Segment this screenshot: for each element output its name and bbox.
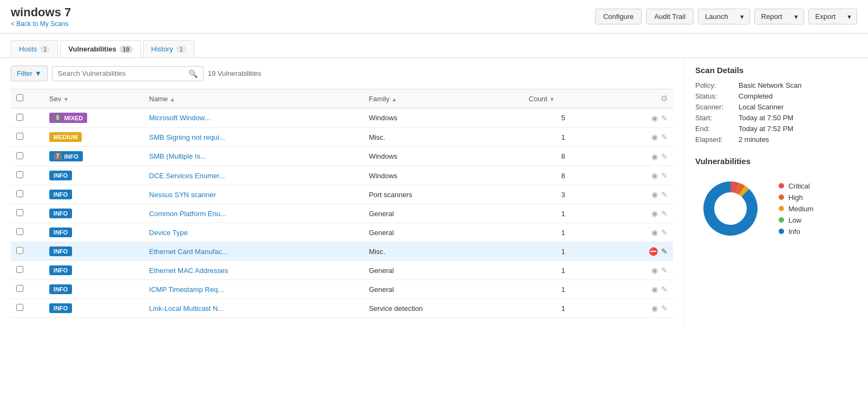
circle-icon[interactable]: ◉	[651, 266, 658, 275]
count-cell: 1	[523, 261, 603, 280]
name-cell[interactable]: DCE Services Enumer...	[143, 166, 363, 185]
sev-badge: INFO	[49, 209, 72, 218]
detail-label: End:	[695, 125, 739, 133]
legend-label: Medium	[788, 205, 813, 213]
tab-history[interactable]: History 1	[143, 40, 194, 57]
actions-cell: ◉✎	[603, 223, 673, 242]
edit-icon[interactable]: ✎	[661, 133, 668, 141]
name-cell[interactable]: Device Type	[143, 223, 363, 242]
table-row: INFODevice TypeGeneral1◉✎	[11, 223, 673, 242]
filter-button[interactable]: Filter ▼	[11, 66, 48, 81]
audit-trail-button[interactable]: Audit Trail	[646, 9, 694, 24]
count-cell: 1	[523, 223, 603, 242]
row-checkbox[interactable]	[16, 228, 23, 235]
row-checkbox[interactable]	[16, 304, 23, 311]
family-header[interactable]: Family ▲	[363, 89, 523, 108]
name-header[interactable]: Name ▲	[143, 89, 363, 108]
circle-icon[interactable]: ◉	[651, 114, 658, 122]
sev-cell: INFO	[44, 261, 143, 280]
legend-item: Info	[779, 227, 813, 236]
circle-icon[interactable]: ◉	[651, 171, 658, 180]
table-row: INFOLink-Local Multicast N...Service det…	[11, 299, 673, 318]
row-checkbox-cell	[11, 166, 44, 185]
sev-cell: INFO	[44, 299, 143, 318]
circle-icon[interactable]: ◉	[651, 228, 658, 237]
edit-icon[interactable]: ✎	[661, 209, 668, 218]
edit-icon[interactable]: ✎	[661, 152, 668, 161]
launch-arrow-button[interactable]: ▼	[735, 10, 749, 23]
row-checkbox[interactable]	[16, 247, 23, 254]
circle-icon[interactable]: ◉	[651, 190, 658, 199]
name-cell[interactable]: Common Platform Enu...	[143, 204, 363, 223]
name-cell[interactable]: Nessus SYN scanner	[143, 185, 363, 204]
edit-icon[interactable]: ✎	[661, 228, 668, 237]
count-cell: 1	[523, 299, 603, 318]
legend-label: Low	[788, 216, 801, 224]
name-cell[interactable]: SMB Signing not requi...	[143, 128, 363, 147]
sev-cell: INFO	[44, 204, 143, 223]
edit-icon[interactable]: ✎	[661, 285, 668, 294]
tabs-container: Hosts 1 Vulnerabilities 19 History 1	[0, 34, 868, 58]
actions-cell: ◉✎	[603, 299, 673, 318]
configure-button[interactable]: Configure	[595, 9, 642, 24]
edit-icon[interactable]: ✎	[661, 266, 668, 275]
row-checkbox[interactable]	[16, 114, 23, 121]
report-main-button[interactable]: Report	[755, 9, 789, 24]
name-cell[interactable]: Ethernet MAC Addresses	[143, 261, 363, 280]
gear-icon[interactable]: ⚙	[661, 94, 668, 103]
row-checkbox-cell	[11, 299, 44, 318]
edit-icon[interactable]: ✎	[661, 190, 668, 199]
table-row: MEDIUMSMB Signing not requi...Misc.1◉✎	[11, 128, 673, 147]
detail-value: 2 minutes	[739, 135, 769, 144]
row-checkbox[interactable]	[16, 209, 23, 216]
row-checkbox[interactable]	[16, 171, 23, 178]
row-checkbox[interactable]	[16, 190, 23, 197]
circle-icon[interactable]: ◉	[651, 133, 658, 141]
actions-cell: ◉✎	[603, 128, 673, 147]
sev-cell: 7INFO	[44, 147, 143, 166]
name-cell[interactable]: ICMP Timestamp Req...	[143, 280, 363, 299]
search-input[interactable]	[58, 69, 188, 77]
row-checkbox-cell	[11, 242, 44, 261]
circle-icon[interactable]: ◉	[651, 304, 658, 313]
family-cell: Service detection	[363, 299, 523, 318]
count-cell: 3	[523, 185, 603, 204]
sev-badge: INFO	[49, 246, 72, 256]
name-cell[interactable]: SMB (Multiple Is...	[143, 147, 363, 166]
tab-vulnerabilities[interactable]: Vulnerabilities 19	[60, 40, 141, 57]
name-cell[interactable]: Link-Local Multicast N...	[143, 299, 363, 318]
export-main-button[interactable]: Export	[809, 9, 843, 24]
count-header[interactable]: Count ▼	[523, 89, 603, 108]
sev-header[interactable]: Sev ▼	[44, 89, 143, 108]
report-arrow-button[interactable]: ▼	[789, 10, 804, 23]
row-checkbox[interactable]	[16, 266, 23, 273]
detail-label: Start:	[695, 114, 739, 122]
name-cell[interactable]: Ethernet Card Manufac...	[143, 242, 363, 261]
edit-icon[interactable]: ✎	[661, 304, 668, 313]
row-checkbox[interactable]	[16, 133, 23, 140]
donut-svg	[695, 173, 766, 244]
donut-segment-info	[703, 181, 758, 236]
export-arrow-button[interactable]: ▼	[842, 10, 857, 23]
circle-icon[interactable]: ◉	[651, 152, 658, 161]
back-link[interactable]: < Back to My Scans	[11, 20, 68, 28]
launch-main-button[interactable]: Launch	[699, 9, 735, 24]
edit-icon[interactable]: ✎	[661, 247, 668, 256]
table-row: 7INFOSMB (Multiple Is...Windows8◉✎	[11, 147, 673, 166]
tab-hosts[interactable]: Hosts 1	[11, 40, 58, 57]
circle-icon[interactable]: ◉	[651, 285, 658, 294]
check-circle-icon[interactable]: ⛔	[649, 247, 658, 256]
sev-cell: 5MIXED	[44, 108, 143, 128]
detail-value: Today at 7:50 PM	[739, 114, 793, 122]
row-checkbox[interactable]	[16, 152, 23, 159]
edit-icon[interactable]: ✎	[661, 171, 668, 180]
select-all-header	[11, 89, 44, 108]
select-all-checkbox[interactable]	[16, 94, 23, 101]
sev-cell: INFO	[44, 185, 143, 204]
row-checkbox[interactable]	[16, 285, 23, 292]
circle-icon[interactable]: ◉	[651, 209, 658, 218]
family-cell: Windows	[363, 108, 523, 128]
edit-icon[interactable]: ✎	[661, 114, 668, 122]
name-cell[interactable]: Microsoft Window...	[143, 108, 363, 128]
scan-detail-row: End:Today at 7:52 PM	[695, 125, 857, 133]
